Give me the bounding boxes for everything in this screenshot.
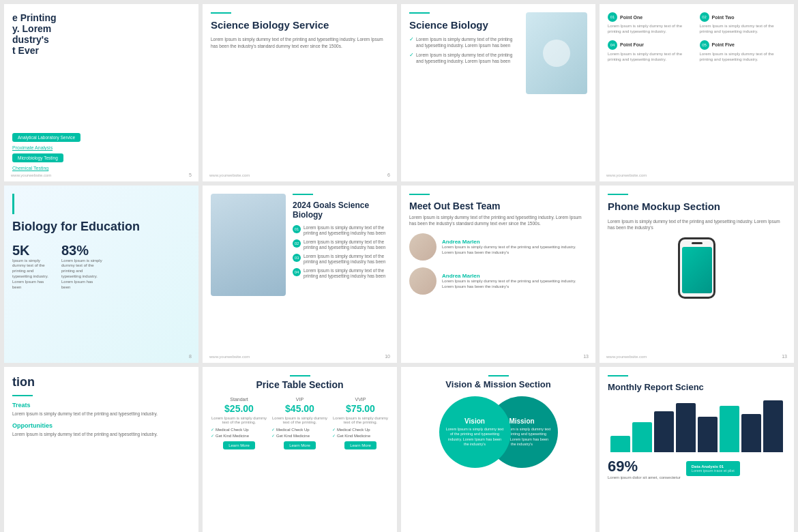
point-2-num: 02: [700, 12, 709, 22]
card-biology-education: Biology for Education 5K Ipsum is simply…: [4, 186, 198, 363]
point-4-title: Point Four: [620, 42, 644, 47]
accent-bar: [12, 194, 14, 214]
point-1-desc: Lorem Ipsum is simply dummy text of the …: [608, 23, 694, 35]
bar-chart: [608, 398, 786, 452]
point-one: 01 Point One Lorem Ipsum is simply dummy…: [608, 12, 694, 35]
price-col-vvip: VVIP $75.00 Lorem Ipsum is simply dummy …: [332, 397, 389, 449]
bar-7: [741, 414, 761, 452]
check-item-1: ✓ Lorem Ipsum is simply dummy text of th…: [409, 36, 520, 48]
card-science-biology-service: Science Biology Service Lorem Ipsum is s…: [203, 4, 397, 181]
bar-4: [676, 403, 696, 452]
website-url: www.yourwebsite.com: [606, 173, 647, 177]
point-five: 05 Point Five Lorem Ipsum is simply dumm…: [700, 40, 786, 63]
lab-image: [526, 12, 587, 94]
card-monthly-report: Monthly Report Scienc 69% Lorem ipsum do…: [600, 367, 794, 532]
report-stat-row: 69% Lorem ipsum dolor sit amet, consecte…: [608, 458, 786, 479]
bar-8: [763, 400, 783, 452]
service-desc: Lorem Ipsum is simply dummy text of the …: [211, 36, 389, 50]
bar-6: [720, 406, 739, 452]
website-url: www.yourwebsite.com: [11, 173, 51, 177]
service-title: Science Biology Service: [211, 19, 389, 31]
goal-1: 01 Lorem Ipsum is simply dummy text of t…: [293, 225, 389, 237]
member-2-name: Andrea Marlen: [442, 273, 587, 279]
point-5-desc: Lorem Ipsum is simply dummy text of the …: [700, 51, 786, 63]
science-title: Science Biology: [409, 19, 520, 31]
treats-section: Treats Lorem Ipsum is simply dummy text …: [12, 402, 190, 417]
data-analysis-btn[interactable]: Data Analysis 01 Lorem ipsum trace et pl…: [686, 461, 740, 476]
point-2-title: Point Two: [712, 15, 735, 20]
website-url: www.yourwebsite.com: [209, 173, 250, 177]
card-points: 01 Point One Lorem Ipsum is simply dummy…: [600, 4, 794, 181]
team-title: Meet Out Best Team: [409, 201, 587, 211]
point-two: 02 Point Two Lorem Ipsum is simply dummy…: [700, 12, 786, 35]
bar-3: [654, 411, 674, 452]
learn-more-btn-1[interactable]: Learn More: [223, 441, 255, 449]
avatar-2: [409, 267, 437, 295]
slide-number: 13: [782, 354, 787, 359]
micro-badge: Microbiology Testing: [12, 153, 63, 162]
proximate-link[interactable]: Proximate Analysis: [12, 145, 190, 150]
phone-title: Phone Mockup Section: [608, 201, 786, 213]
point-5-title: Point Five: [712, 42, 735, 47]
report-pct: 69%: [608, 458, 681, 475]
point-4-desc: Lorem Ipsum is simply dummy text of the …: [608, 51, 694, 63]
slide-number: 5: [189, 173, 192, 177]
card-team: Meet Out Best Team Lorem Ipsum is simply…: [401, 186, 595, 363]
section-title-text: tion: [12, 375, 190, 389]
goal-3: 03 Lorem Ipsum is simply dummy text of t…: [293, 254, 389, 265]
price-table-title: Price Table Section: [211, 379, 389, 390]
team-member-2: Andrea Marlen Lorem Ipsum is simply dumm…: [409, 267, 587, 295]
bar-2: [632, 422, 652, 452]
website-url: www.yourwebsite.com: [606, 355, 647, 359]
card-vision-mission: Vision & Mission Section Vision Lorem Ip…: [401, 367, 595, 532]
point-4-num: 04: [608, 40, 617, 50]
phone-mockup: [678, 237, 715, 299]
card-section-treats: tion Treats Lorem Ipsum is simply dummy …: [4, 367, 198, 532]
slide-number: 10: [385, 354, 390, 359]
team-desc: Lorem Ipsum is simply dummy text of the …: [409, 214, 587, 226]
card-science-biology-checklist: Science Biology ✓ Lorem Ipsum is simply …: [401, 4, 595, 181]
microscope-image: [211, 194, 286, 296]
point-four: 04 Point Four Lorem Ipsum is simply dumm…: [608, 40, 694, 63]
stat-5k: 5K Ipsum is simply dummy text of the pri…: [12, 243, 53, 291]
point-2-desc: Lorem Ipsum is simply dummy text of the …: [700, 23, 786, 35]
check-item-2: ✓ Lorem Ipsum is simply dummy text of th…: [409, 52, 520, 64]
card-analytical-lab: e Printingy. Loremdustry'st Ever Analyti…: [4, 4, 198, 181]
chemical-link[interactable]: Chemical Testing: [12, 166, 190, 171]
member-1-desc: Lorem Ipsum is simply dummy text of the …: [442, 245, 587, 256]
goal-4: 04 Lorem Ipsum is simply dummy text of t…: [293, 268, 389, 280]
phone-desc: Lorem Ipsum is simply dummy text of the …: [608, 218, 786, 231]
vision-circle: Vision Lorem Ipsum is simply dummy text …: [439, 396, 511, 468]
point-5-num: 05: [700, 40, 709, 50]
learn-more-btn-3[interactable]: Learn More: [344, 441, 376, 449]
goal-2: 02 Lorem Ipsum is simply dummy text of t…: [293, 239, 389, 251]
price-col-vip: VIP $45.00 Lorem Ipsum is simply dummy t…: [271, 397, 328, 449]
team-member-1: Andrea Marlen Lorem Ipsum is simply dumm…: [409, 233, 587, 261]
member-1-name: Andrea Marlen: [442, 239, 587, 245]
report-title: Monthly Report Scienc: [608, 382, 786, 392]
slide-number: 6: [387, 173, 390, 177]
bar-5: [698, 417, 718, 452]
report-stat-desc: Lorem ipsum dolor sit amet, consectetur: [608, 475, 681, 479]
avatar-1: [409, 233, 437, 261]
card-price-table: Price Table Section Standart $25.00 Lore…: [203, 367, 397, 532]
bio-edu-title: Biology for Education: [12, 220, 190, 235]
slide-number: 8: [189, 354, 192, 359]
website-url: www.yourwebsite.com: [209, 355, 250, 359]
goals-title: 2024 Goals Science Biology: [293, 201, 389, 220]
opportunities-section: Opportunities Lorem Ipsum is simply dumm…: [12, 422, 190, 437]
point-1-title: Point One: [620, 15, 642, 20]
card-phone-mockup: Phone Mockup Section Lorem Ipsum is simp…: [600, 186, 794, 363]
member-2-desc: Lorem Ipsum is simply dummy text of the …: [442, 279, 587, 290]
point-1-num: 01: [608, 12, 617, 22]
vm-title: Vision & Mission Section: [409, 379, 587, 389]
learn-more-btn-2[interactable]: Learn More: [284, 441, 316, 449]
price-col-standart: Standart $25.00 Lorem Ipsum is simply du…: [211, 397, 267, 449]
analytical-badge: Analytical Laboratory Service: [12, 133, 80, 142]
card-goals: 2024 Goals Science Biology 01 Lorem Ipsu…: [203, 186, 397, 363]
stat-83: 83% Lorem Ipsum is simply dummy text of …: [61, 243, 102, 291]
slide-number: 13: [583, 354, 589, 359]
bar-1: [610, 436, 630, 452]
